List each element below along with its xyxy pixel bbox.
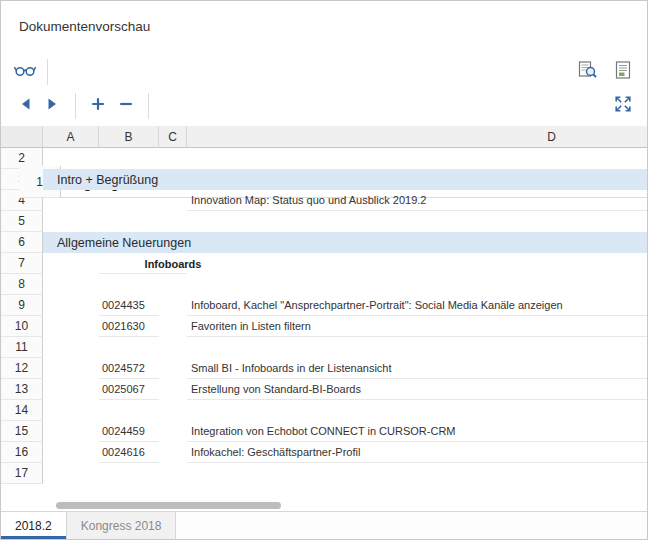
row-cells: 0024435Infoboard, Kachel "Ansprechpartne… [43, 295, 647, 316]
row-header[interactable]: 16 [1, 442, 43, 463]
row-cells: 0021630Favoriten in Listen filtern [43, 316, 647, 337]
grid-row: 130025067Erstellung von Standard-BI-Boar… [1, 379, 647, 400]
tab-2018.2[interactable]: 2018.2 [1, 512, 67, 539]
plus-icon [90, 96, 106, 116]
cell-description: Infoboard, Kachel "Ansprechpartner-Portr… [187, 295, 647, 316]
row-cells: 0025067Erstellung von Standard-BI-Boards [43, 379, 647, 400]
row-cells: 0024572Small BI - Infoboards in der List… [43, 358, 647, 379]
grid-row: 11 [1, 337, 647, 358]
column-header-d[interactable]: D [187, 126, 647, 148]
row-header[interactable]: 17 [1, 463, 43, 484]
scrollbar-thumb[interactable] [56, 502, 281, 509]
row-cells: Infoboards [43, 253, 647, 274]
grid-row: 6Allgemeine Neuerungen [1, 232, 647, 253]
cell-description: Small BI - Infoboards in der Listenansic… [187, 358, 647, 379]
grid-row: 7Infoboards [1, 253, 647, 274]
cell-ticket-id: 0024435 [99, 295, 159, 316]
row-cells: 0024616Infokachel: Geschäftspartner-Prof… [43, 442, 647, 463]
column-header-c[interactable]: C [159, 126, 187, 148]
row-header[interactable]: 11 [1, 337, 43, 358]
row-cells: 0024459Integration von Echobot CONNECT i… [43, 421, 647, 442]
row-header[interactable]: 13 [1, 379, 43, 400]
cell-ticket-id: 0021630 [99, 316, 159, 337]
grid-row: 17 [1, 463, 647, 484]
grid-corner-cell[interactable] [1, 126, 43, 148]
toolbar-separator [75, 93, 76, 119]
grid-row: 100021630Favoriten in Listen filtern [1, 316, 647, 337]
zoom-in-button[interactable] [84, 92, 112, 120]
zoom-preview-button[interactable] [573, 58, 601, 86]
grid-row: 5 [1, 211, 647, 232]
grid-row: 14 [1, 400, 647, 421]
row-cells [43, 211, 647, 232]
cell-description: Innovation Map: Status quo und Ausblick … [187, 190, 647, 211]
row-header[interactable]: 14 [1, 400, 43, 421]
dokumentenvorschau-window: Dokumentenvorschau [0, 0, 648, 540]
toolbar-separator [148, 93, 149, 119]
grid-row: 2 [1, 148, 647, 169]
grid-row: 4Innovation Map: Status quo und Ausblick… [1, 190, 647, 211]
cell-description: Favoriten in Listen filtern [187, 316, 647, 337]
cell-ticket-id: 0025067 [99, 379, 159, 400]
row-header[interactable]: 9 [1, 295, 43, 316]
toolbar-navigation [11, 92, 637, 120]
horizontal-scrollbar[interactable] [43, 501, 647, 510]
row-cells [43, 148, 647, 169]
row-header[interactable]: 7 [1, 253, 43, 274]
row-header[interactable]: 12 [1, 358, 43, 379]
toolbar-separator [47, 59, 48, 85]
cell-ticket-id: 0024459 [99, 421, 159, 442]
grid-row: 160024616Infokachel: Geschäftspartner-Pr… [1, 442, 647, 463]
sheet-tab-bar: 2018.2Kongress 2018 [1, 511, 647, 539]
cell-ticket-id: 0024616 [99, 442, 159, 463]
cell-description: Erstellung von Standard-BI-Boards [187, 379, 647, 400]
column-header-b[interactable]: B [99, 126, 159, 148]
row-cells: Innovation Map: Status quo und Ausblick … [43, 190, 647, 211]
row-cells [43, 337, 647, 358]
tab-kongress-2018[interactable]: Kongress 2018 [67, 512, 177, 539]
grid-rows: 1Highlights 2019.223Intro + Begrüßung4In… [1, 148, 647, 511]
fullscreen-button[interactable] [609, 92, 637, 120]
spreadsheet-preview: ABCD 1Highlights 2019.223Intro + Begrüßu… [1, 126, 647, 511]
row-header[interactable]: 10 [1, 316, 43, 337]
cell-subheading: Infoboards [145, 258, 202, 270]
cell-ticket-id [99, 190, 159, 211]
minus-icon [118, 96, 134, 116]
row-cells [43, 400, 647, 421]
row-cells: Allgemeine Neuerungen [43, 232, 647, 253]
report-view-button[interactable] [609, 58, 637, 86]
row-header[interactable]: 6 [1, 232, 43, 253]
next-page-button[interactable] [39, 92, 67, 120]
cell-section-heading: Allgemeine Neuerungen [43, 236, 191, 250]
row-header[interactable]: 8 [1, 274, 43, 295]
grid-row: 120024572Small BI - Infoboards in der Li… [1, 358, 647, 379]
cell-section-heading: Intro + Begrüßung [43, 173, 158, 187]
row-header[interactable]: 15 [1, 421, 43, 442]
expand-arrows-icon [613, 94, 633, 118]
grid-row: 3Intro + Begrüßung [1, 169, 647, 190]
preview-toggle-button[interactable] [11, 58, 39, 86]
grid-row: 8 [1, 274, 647, 295]
previous-page-button[interactable] [11, 92, 39, 120]
document-report-icon [615, 61, 631, 83]
cell-ticket-id: 0024572 [99, 358, 159, 379]
grid-row: 150024459Integration von Echobot CONNECT… [1, 421, 647, 442]
magnifier-document-icon [578, 61, 597, 83]
glasses-icon [13, 62, 37, 82]
row-cells [43, 463, 647, 484]
cell-description: Infokachel: Geschäftspartner-Profil [187, 442, 647, 463]
triangle-right-icon [47, 97, 59, 115]
row-cells [43, 274, 647, 295]
toolbar-primary [11, 58, 637, 86]
cell-description: Integration von Echobot CONNECT in CURSO… [187, 421, 647, 442]
page-title: Dokumentenvorschau [19, 19, 150, 34]
column-header-a[interactable]: A [43, 126, 99, 148]
column-header-row: ABCD [1, 126, 647, 148]
triangle-left-icon [19, 97, 31, 115]
zoom-out-button[interactable] [112, 92, 140, 120]
row-cells: Intro + Begrüßung [43, 169, 647, 190]
row-header[interactable]: 5 [1, 211, 43, 232]
grid-row: 90024435Infoboard, Kachel "Ansprechpartn… [1, 295, 647, 316]
